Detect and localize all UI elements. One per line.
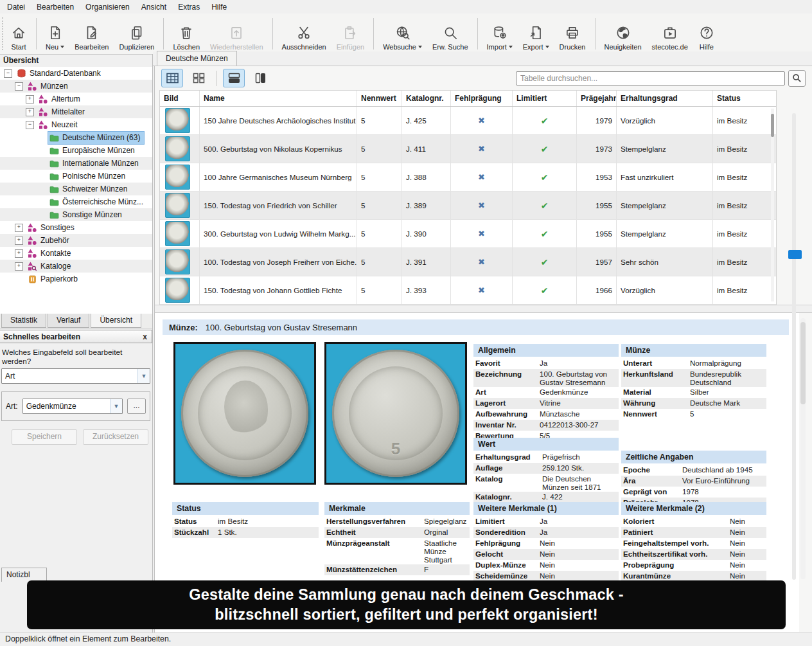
toolbar-button-import[interactable]: Import bbox=[482, 15, 518, 53]
detail-panel-title: Münze bbox=[621, 344, 766, 357]
menu-item-ansicht[interactable]: Ansicht bbox=[136, 1, 172, 13]
table-scrollbar-thumb[interactable] bbox=[771, 114, 774, 137]
tree-item-münzen[interactable]: − Münzen bbox=[0, 80, 152, 93]
tree-expander-icon[interactable]: + bbox=[26, 95, 34, 103]
column-header-fehlprägung[interactable]: Fehlprägung bbox=[451, 91, 513, 106]
table-row[interactable]: 100. Todestag von Joseph Freiherr von Ei… bbox=[160, 248, 776, 276]
tree-item-kataloge[interactable]: + Kataloge bbox=[0, 260, 152, 273]
column-header-limitiert[interactable]: Limitiert bbox=[513, 91, 577, 106]
tree-item-sonstiges[interactable]: + Sonstiges bbox=[0, 221, 152, 234]
toolbar-button-start[interactable]: Start bbox=[5, 15, 32, 53]
tree-expander-icon[interactable]: − bbox=[4, 69, 12, 78]
toolbar-button-drucken[interactable]: Drucken bbox=[554, 15, 591, 53]
tree-item-deutsche-münzen-63[interactable]: Deutsche Münzen (63) bbox=[0, 131, 152, 144]
toolbar-button-erw.-suche[interactable]: Erw. Suche bbox=[427, 15, 473, 53]
tree-item-standard-datenbank[interactable]: − Standard-Datenbank bbox=[0, 67, 152, 80]
save-button[interactable]: Speichern bbox=[12, 429, 77, 445]
chevron-down-icon[interactable]: ▼ bbox=[110, 399, 122, 413]
edit-document-icon bbox=[84, 24, 100, 41]
column-header-status[interactable]: Status bbox=[713, 91, 775, 106]
toolbar-button-löschen[interactable]: Löschen bbox=[168, 15, 205, 53]
detail-panel-weitere-merkmale-2: Weitere Merkmale (2) Koloriert Nein Pati… bbox=[621, 502, 766, 582]
reset-button[interactable]: Zurücksetzen bbox=[83, 429, 148, 445]
grid-view-button[interactable] bbox=[188, 69, 209, 87]
tree-item-schweizer-münzen[interactable]: Schweizer Münzen bbox=[0, 183, 152, 195]
toolbar-button-duplizieren[interactable]: Duplizieren bbox=[114, 15, 159, 53]
tree-item-kontakte[interactable]: + Kontakte bbox=[0, 247, 152, 260]
tree-item-zubehör[interactable]: + Zubehör bbox=[0, 234, 152, 247]
window-scrollbar-track[interactable] bbox=[792, 113, 796, 580]
toolbar-button-wiederherstellen[interactable]: Wiederherstellen bbox=[205, 15, 269, 53]
tree-item-internationale-münzen[interactable]: Internationale Münzen bbox=[0, 157, 152, 170]
detail-scrollbar-thumb[interactable] bbox=[800, 322, 806, 404]
close-icon[interactable]: x bbox=[143, 332, 147, 341]
tree-expander-icon[interactable]: − bbox=[15, 82, 23, 91]
toolbar-button-websuche[interactable]: Websuche bbox=[378, 15, 427, 53]
toolbar-button-hilfe[interactable]: Hilfe bbox=[693, 15, 720, 53]
value-select[interactable]: Gedenkmünze ▼ bbox=[22, 399, 123, 414]
tree-item-papierkorb[interactable]: Papierkorb bbox=[0, 273, 152, 285]
sidebar-tab-statistik[interactable]: Statistik bbox=[1, 314, 46, 328]
sidebar-tab-übersicht[interactable]: Übersicht bbox=[91, 314, 141, 328]
toolbar-button-neu[interactable]: Neu bbox=[40, 15, 69, 53]
tree-expander-icon[interactable]: + bbox=[15, 224, 23, 232]
tree-expander-icon[interactable]: + bbox=[15, 249, 23, 258]
tree-item-sonstige-münzen[interactable]: Sonstige Münzen bbox=[0, 208, 152, 221]
table-scrollbar[interactable] bbox=[771, 109, 774, 301]
toolbar-button-neuigkeiten[interactable]: Neuigkeiten bbox=[599, 15, 647, 53]
tab-deutsche-muenzen[interactable]: Deutsche Münzen bbox=[157, 51, 237, 66]
detail-scrollbar[interactable] bbox=[800, 318, 806, 579]
tree-item-europäische-münzen[interactable]: Europäische Münzen bbox=[0, 144, 152, 157]
tree-item-neuzeit[interactable]: − Neuzeit bbox=[0, 118, 152, 131]
horizontal-split-button[interactable] bbox=[223, 69, 245, 87]
column-header-nennwert[interactable]: Nennwert bbox=[357, 91, 402, 106]
tree-item-mittelalter[interactable]: + Mittelalter bbox=[0, 105, 152, 118]
coin-image-obverse[interactable] bbox=[173, 342, 316, 485]
restore-icon bbox=[228, 24, 245, 41]
tree-expander-icon[interactable]: + bbox=[15, 262, 23, 271]
vertical-split-button[interactable] bbox=[249, 69, 271, 87]
toolbar-button-ausschneiden[interactable]: Ausschneiden bbox=[277, 15, 331, 53]
notes-tab[interactable]: Notizbl bbox=[1, 568, 47, 582]
field-label: Echtheitszertifikat vorh. bbox=[623, 550, 730, 558]
horizontal-splitter[interactable] bbox=[155, 305, 812, 313]
table-row[interactable]: 300. Geburtstag von Ludwig Wilhelm Markg… bbox=[160, 220, 776, 248]
table-row[interactable]: 150. Todestag von Johann Gottlieb Fichte… bbox=[160, 276, 776, 305]
menu-item-hilfe[interactable]: Hilfe bbox=[206, 1, 233, 13]
toolbar-button-stecotec.de[interactable]: stecotec.de bbox=[647, 15, 693, 53]
search-input[interactable] bbox=[516, 71, 785, 85]
tree-expander-icon[interactable]: + bbox=[26, 108, 34, 116]
column-header-prägejahr[interactable]: Prägejahr bbox=[577, 91, 617, 106]
table-row[interactable]: 500. Geburtstag von Nikolaus Kopernikus … bbox=[160, 135, 776, 163]
menu-item-datei[interactable]: Datei bbox=[1, 1, 31, 13]
chevron-down-icon[interactable]: ▼ bbox=[137, 369, 150, 383]
more-options-button[interactable]: ... bbox=[127, 399, 146, 414]
coin-image-reverse[interactable] bbox=[324, 342, 467, 485]
table-row[interactable]: 150 Jahre Deutsches Archäologisches Inst… bbox=[160, 107, 776, 135]
window-scrollbar-thumb[interactable] bbox=[788, 250, 802, 259]
sidebar-tab-verlauf[interactable]: Verlauf bbox=[48, 314, 89, 328]
field-label: Scheidemünze bbox=[475, 571, 540, 580]
tree-item-österreichische-münz...[interactable]: Österreichische Münz... bbox=[0, 195, 152, 208]
tree-item-polnische-münzen[interactable]: Polnische Münzen bbox=[0, 170, 152, 183]
tree-expander-icon[interactable]: − bbox=[26, 121, 34, 129]
column-header-erhaltungsgrad[interactable]: Erhaltungsgrad bbox=[617, 91, 713, 106]
field-label: Münzstättenzeichen bbox=[326, 565, 424, 573]
tree-expander-icon[interactable]: + bbox=[15, 237, 23, 245]
menu-item-organisieren[interactable]: Organisieren bbox=[80, 1, 136, 13]
field-select[interactable]: Art ▼ bbox=[1, 368, 150, 384]
menu-item-bearbeiten[interactable]: Bearbeiten bbox=[31, 1, 80, 13]
tree-item-altertum[interactable]: + Altertum bbox=[0, 93, 152, 105]
search-button[interactable] bbox=[788, 70, 806, 87]
table-row[interactable]: 150. Todestag von Friedrich von Schiller… bbox=[160, 192, 776, 220]
toolbar-button-bearbeiten[interactable]: Bearbeiten bbox=[69, 15, 114, 53]
menu-item-extras[interactable]: Extras bbox=[172, 1, 206, 13]
toolbar-button-export[interactable]: Export bbox=[518, 15, 554, 53]
field-label: Auflage bbox=[475, 463, 542, 472]
table-row[interactable]: 100 Jahre Germanisches Museum Nürnberg 5… bbox=[160, 163, 776, 192]
table-view-button[interactable] bbox=[161, 69, 183, 87]
column-header-name[interactable]: Name bbox=[200, 91, 357, 106]
column-header-bild[interactable]: Bild bbox=[160, 91, 200, 106]
toolbar-button-einfügen[interactable]: Einfügen bbox=[331, 15, 369, 53]
column-header-katalognr.[interactable]: Katalognr. bbox=[402, 91, 451, 106]
